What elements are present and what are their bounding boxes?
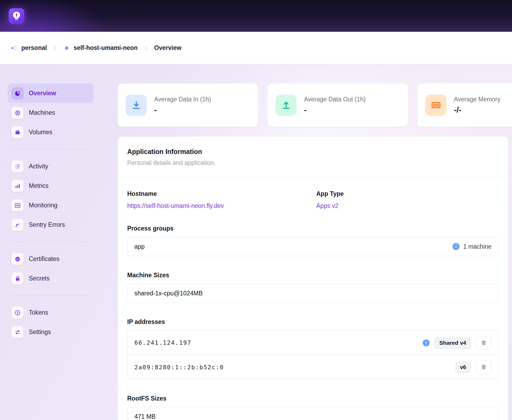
app-card-subtitle: Personal details and application. [127,159,499,167]
top-bar [0,0,512,32]
sidebar-item-label: Machines [29,109,55,116]
waveform-icon [11,199,23,211]
sentry-icon [11,219,23,231]
trash-icon [481,364,487,370]
trash-icon [481,340,487,346]
sidebar-item-tokens[interactable]: Tokens [8,303,94,322]
sidebar-item-label: Certificates [29,255,59,263]
org-dots-icon [11,45,18,51]
chevron-right-icon [52,45,58,51]
sidebar-divider [10,149,91,149]
ip-addresses-section: IP addresses 66.241.124.197 i Shared v4 [127,318,499,379]
sidebar-item-label: Monitoring [29,202,57,209]
sidebar-item-activity[interactable]: Activity [8,157,94,176]
ip-address: 2a09:8280:1::2b:b52c:0 [134,364,224,371]
sidebar-item-label: Sentry Errors [29,221,65,228]
briefcase-icon [11,126,23,138]
sidebar-item-label: Activity [29,163,48,170]
ip-addresses-label: IP addresses [127,318,499,326]
breadcrumb-app[interactable]: self-host-umami-neon [63,44,138,51]
ip-row: 2a09:8280:1::2b:b52c:0 v6 [127,355,498,379]
sidebar-item-label: Volumes [29,129,52,136]
rootfs-size-value: 471 MB [134,413,155,420]
breadcrumb: personal self-host-umami-neon Overview [0,32,512,64]
lock-icon [11,272,23,284]
process-group-name: app [134,243,145,250]
memory-icon [425,95,446,116]
ip-row: 66.241.124.197 i Shared v4 [127,331,498,355]
sidebar-divider [10,242,91,242]
stat-value: -/- [454,105,501,114]
breadcrumb-page[interactable]: Overview [154,44,181,51]
breadcrumb-page-label: Overview [154,44,181,51]
stat-card-data-out: Average Data Out (1h) - [267,84,408,127]
sidebar-item-overview[interactable]: Overview [8,84,94,103]
rootfs-sizes-label: RootFS Sizes [127,395,499,402]
app-card-body: Hostname https://self-host-umami-neon.fl… [118,190,508,420]
delete-ip-button[interactable] [476,360,491,374]
machine-sizes-section: Machine Sizes shared-1x-cpu@1024MB [127,272,499,303]
fly-logo[interactable] [9,8,24,24]
sidebar-item-metrics[interactable]: Metrics [8,176,94,196]
sidebar-item-certificates[interactable]: Certificates [8,249,94,269]
delete-ip-button[interactable] [476,336,491,350]
app-type-label: App Type [316,190,499,197]
stat-label: Average Data In (1h) [154,96,211,103]
token-icon [11,307,23,319]
toggles-icon [11,326,23,338]
sidebar-item-sentry-errors[interactable]: Sentry Errors [8,215,94,235]
sidebar-item-label: Tokens [29,309,48,316]
sidebar: Overview Machines Volumes [8,84,94,342]
ip-type-badge: Shared v4 [434,337,471,349]
sidebar-item-label: Settings [29,328,51,336]
sidebar-item-settings[interactable]: Settings [8,322,94,342]
bar-chart-icon [11,180,23,192]
badge-check-icon [11,253,23,265]
sidebar-item-machines[interactable]: Machines [8,103,94,122]
stat-value: - [304,105,366,114]
sidebar-item-volumes[interactable]: Volumes [8,122,94,142]
stat-label: Average Data Out (1h) [304,96,366,103]
stat-label: Average Memory [454,96,501,103]
process-group-row: app i 1 machine [127,237,499,256]
sidebar-item-label: Overview [29,90,56,97]
stat-card-data-in: Average Data In (1h) - [118,84,258,127]
sparkle-icon [63,45,70,51]
pie-chart-icon [11,87,23,99]
stat-card-memory: Average Memory -/- [417,84,512,127]
app-card-header: Application Information Personal details… [118,137,508,177]
application-information-card: Application Information Personal details… [118,137,508,420]
upload-icon [275,95,297,116]
machine-sizes-label: Machine Sizes [127,272,499,279]
hostname-apptype-row: Hostname https://self-host-umami-neon.fl… [127,190,499,209]
hostname-field: Hostname https://self-host-umami-neon.fl… [127,190,316,209]
info-icon[interactable]: i [423,339,430,346]
machine-size-value: shared-1x-cpu@1024MB [134,290,203,297]
rootfs-size-row: 471 MB [127,407,499,420]
activity-list-icon [11,160,23,172]
process-group-machine-count: 1 machine [463,243,491,250]
breadcrumb-app-label: self-host-umami-neon [74,44,138,51]
main-content: Average Data In (1h) - Average Data Out … [118,84,512,420]
sidebar-divider [10,295,91,296]
app-card-title: Application Information [127,148,499,156]
hostname-label: Hostname [127,190,316,197]
app-type-field: App Type Apps v2 [316,190,499,209]
app-type-link[interactable]: Apps v2 [316,202,338,209]
stats-row: Average Data In (1h) - Average Data Out … [118,84,512,127]
rootfs-sizes-section: RootFS Sizes 471 MB [127,395,499,420]
info-icon[interactable]: i [453,243,459,250]
hostname-link[interactable]: https://self-host-umami-neon.fly.dev [127,202,224,209]
ip-address: 66.241.124.197 [134,339,191,346]
download-icon [126,95,147,116]
ip-type-badge: v6 [455,361,471,373]
stat-value: - [154,105,211,114]
breadcrumb-org[interactable]: personal [11,44,47,51]
process-groups-section: Process groups app i 1 machine [127,225,499,256]
balloon-icon [11,10,22,22]
sidebar-item-secrets[interactable]: Secrets [8,269,94,288]
machine-size-row: shared-1x-cpu@1024MB [127,284,499,303]
chevron-right-icon [143,45,149,51]
chip-icon [11,107,23,119]
sidebar-item-monitoring[interactable]: Monitoring [8,196,94,215]
